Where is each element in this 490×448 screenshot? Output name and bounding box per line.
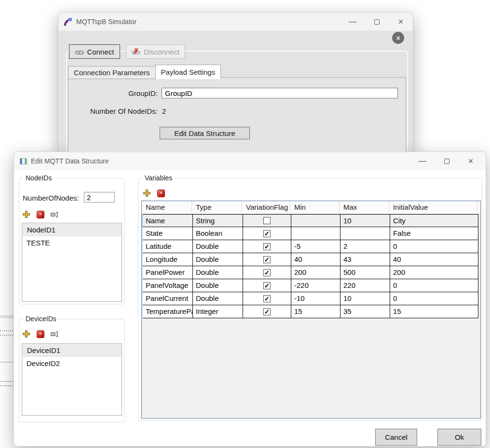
minimize-icon: —	[419, 157, 426, 165]
type-cell[interactable]: Integer	[193, 305, 243, 318]
max-cell[interactable]: 2	[340, 240, 390, 253]
name-cell[interactable]: TemperaturePanel	[143, 305, 193, 318]
table-row: NameString10City	[142, 214, 480, 227]
min-cell[interactable]: 15	[291, 305, 340, 318]
ok-button[interactable]: Ok	[437, 429, 481, 446]
type-cell[interactable]: String	[193, 214, 243, 227]
name-cell[interactable]: State	[143, 227, 193, 240]
initialvalue-cell[interactable]: 0	[390, 292, 478, 305]
min-cell[interactable]: -10	[291, 292, 340, 305]
maximize-button[interactable]	[435, 152, 459, 170]
list-item[interactable]: DeviceID2	[23, 357, 121, 370]
min-cell[interactable]	[291, 227, 340, 240]
max-cell[interactable]	[340, 227, 390, 240]
min-cell[interactable]: 200	[291, 266, 340, 279]
add-icon[interactable]	[143, 189, 151, 197]
caption-buttons: — ×	[340, 13, 413, 31]
initialvalue-cell[interactable]: 40	[390, 253, 478, 266]
nodeids-legend: NodeIDs	[23, 174, 54, 182]
max-cell[interactable]: 500	[340, 266, 390, 279]
variationflag-cell[interactable]: ✓	[243, 253, 291, 266]
checkbox-checked[interactable]: ✓	[263, 308, 271, 315]
maximize-button[interactable]	[365, 13, 389, 31]
delete-icon[interactable]: ×	[37, 330, 44, 338]
name-cell[interactable]: PanelVoltage	[143, 279, 193, 292]
connect-button[interactable]: Connect	[69, 44, 120, 59]
min-cell[interactable]: -5	[291, 240, 340, 253]
column-header-type[interactable]: Type	[192, 201, 242, 214]
checkbox-checked[interactable]: ✓	[263, 282, 271, 289]
list-item[interactable]: DeviceID1	[23, 344, 121, 357]
min-cell[interactable]	[291, 214, 340, 227]
name-cell[interactable]: Name	[143, 214, 193, 227]
checkbox-checked[interactable]: ✓	[263, 295, 271, 302]
tab-payload-settings[interactable]: Payload Settings	[155, 65, 221, 79]
delete-icon[interactable]: ×	[37, 211, 44, 218]
checkbox-unchecked[interactable]	[263, 217, 271, 224]
type-cell[interactable]: Double	[193, 279, 243, 292]
close-button[interactable]: ×	[459, 152, 483, 170]
delete-icon[interactable]: ×	[157, 190, 165, 197]
cancel-button[interactable]: Cancel	[375, 429, 417, 446]
checkbox-checked[interactable]: ✓	[263, 269, 271, 276]
list-item[interactable]: NodeID1	[23, 224, 121, 236]
checkbox-checked[interactable]: ✓	[263, 230, 271, 237]
initialvalue-cell[interactable]: 15	[390, 305, 478, 318]
minimize-button[interactable]: —	[410, 152, 435, 170]
type-cell[interactable]: Boolean	[193, 227, 243, 240]
variationflag-cell[interactable]: ✓	[243, 266, 291, 279]
initialvalue-cell[interactable]: 0	[390, 240, 478, 253]
rename-icon[interactable]	[51, 210, 59, 218]
type-cell[interactable]: Double	[193, 292, 243, 305]
max-cell[interactable]: 10	[340, 214, 390, 227]
type-cell[interactable]: Double	[193, 253, 243, 266]
column-header-max[interactable]: Max	[340, 201, 389, 214]
column-header-initialvalue[interactable]: InitialValue	[389, 201, 477, 214]
tab-connection-parameters[interactable]: Connection Parameters	[68, 66, 156, 79]
name-cell[interactable]: Latitude	[143, 240, 193, 253]
min-cell[interactable]: -220	[291, 279, 340, 292]
list-item[interactable]: TESTE	[23, 237, 121, 249]
variables-toolbar: ×	[143, 189, 165, 197]
checkbox-checked[interactable]: ✓	[263, 243, 271, 250]
add-icon[interactable]	[22, 330, 30, 338]
max-cell[interactable]: 35	[340, 305, 390, 318]
initialvalue-cell[interactable]: False	[390, 227, 478, 240]
name-cell[interactable]: PanelCurrent	[143, 292, 193, 305]
minimize-button[interactable]: —	[340, 13, 365, 31]
variationflag-cell[interactable]: ✓	[243, 227, 291, 240]
min-cell[interactable]: 40	[291, 253, 340, 266]
background-window-fragment	[0, 335, 13, 336]
add-icon[interactable]	[22, 210, 30, 218]
groupid-input[interactable]	[162, 88, 398, 98]
column-header-variationflag[interactable]: VariationFlag	[242, 201, 290, 214]
edit-data-structure-button[interactable]: Edit Data Structure	[160, 127, 250, 139]
table-row: LatitudeDouble✓-520	[142, 240, 480, 253]
variationflag-cell[interactable]	[243, 214, 291, 227]
disconnect-button[interactable]: ✗ Disconnect	[126, 44, 185, 59]
initialvalue-cell[interactable]: 200	[390, 266, 478, 279]
max-cell[interactable]: 10	[340, 292, 390, 305]
nodeids-listbox: NodeID1TESTE	[22, 223, 122, 302]
close-icon: ×	[398, 17, 404, 26]
close-button[interactable]: ×	[389, 13, 413, 31]
checkbox-checked[interactable]: ✓	[263, 256, 271, 263]
variationflag-cell[interactable]: ✓	[243, 279, 291, 292]
max-cell[interactable]: 220	[340, 279, 390, 292]
variables-datagrid: NameTypeVariationFlagMinMaxInitialValue …	[141, 201, 481, 419]
variationflag-cell[interactable]: ✓	[243, 240, 291, 253]
initialvalue-cell[interactable]: 0	[390, 279, 478, 292]
type-cell[interactable]: Double	[193, 266, 243, 279]
name-cell[interactable]: PanelPower	[143, 266, 193, 279]
column-header-name[interactable]: Name	[142, 201, 192, 214]
numberofnodes-input[interactable]	[84, 192, 115, 203]
column-header-min[interactable]: Min	[290, 201, 340, 214]
name-cell[interactable]: Longitude	[143, 253, 193, 266]
type-cell[interactable]: Double	[193, 240, 243, 253]
max-cell[interactable]: 43	[340, 253, 390, 266]
notification-close-button[interactable]: ×	[392, 32, 404, 44]
rename-icon[interactable]	[51, 330, 59, 338]
variationflag-cell[interactable]: ✓	[243, 292, 291, 305]
initialvalue-cell[interactable]: City	[390, 214, 478, 227]
variationflag-cell[interactable]: ✓	[243, 305, 291, 318]
